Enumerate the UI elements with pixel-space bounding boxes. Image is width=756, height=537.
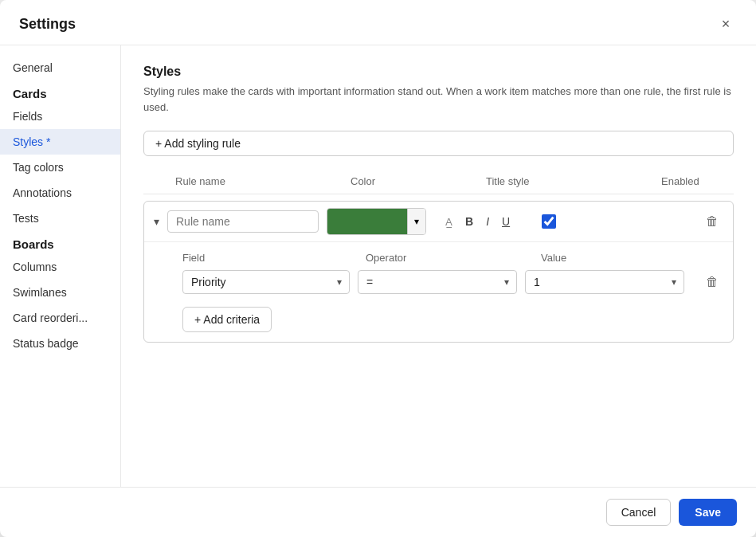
dialog-footer: Cancel Save (0, 487, 756, 537)
trash-icon: 🗑 (706, 275, 719, 288)
add-styling-rule-button[interactable]: + Add styling rule (143, 131, 734, 156)
text-underline-bar-button[interactable]: A̲ (441, 213, 457, 231)
criteria-section: Field Operator Value Priority Status Ass… (144, 242, 733, 342)
rule-expand-button[interactable]: ▾ (154, 215, 159, 228)
save-button[interactable]: Save (679, 499, 737, 526)
sidebar-item-fields[interactable]: Fields (0, 104, 120, 129)
criteria-col-value: Value (541, 252, 700, 264)
col-header-title-style: Title style (486, 175, 661, 187)
sidebar-item-swimlanes[interactable]: Swimlanes (0, 280, 120, 305)
sidebar-item-tests[interactable]: Tests (0, 206, 120, 231)
italic-icon: I (486, 215, 489, 228)
trash-icon: 🗑 (706, 214, 719, 228)
settings-dialog: Settings × General Cards Fields Styles *… (0, 0, 756, 537)
value-select-wrapper: 1 2 3 4 5 (525, 270, 684, 294)
sidebar-section-boards: Boards (0, 231, 120, 254)
sidebar-item-tag-colors[interactable]: Tag colors (0, 155, 120, 180)
col-header-color: Color (351, 175, 486, 187)
dialog-title: Settings (19, 16, 76, 33)
sidebar-item-columns[interactable]: Columns (0, 254, 120, 280)
col-header-expand (143, 175, 175, 187)
sidebar-item-styles[interactable]: Styles * (0, 129, 120, 155)
delete-rule-button[interactable]: 🗑 (701, 211, 723, 232)
close-button[interactable]: × (715, 13, 737, 35)
sidebar: General Cards Fields Styles * Tag colors… (0, 45, 121, 487)
add-criteria-button[interactable]: + Add criteria (182, 307, 272, 332)
underline-icon: U (502, 215, 510, 228)
enabled-checkbox[interactable] (542, 214, 556, 229)
delete-criteria-button[interactable]: 🗑 (701, 272, 723, 292)
rule-row: ▾ ▾ A̲ (143, 201, 734, 343)
bold-button[interactable]: B (460, 212, 478, 231)
sidebar-item-card-reordering[interactable]: Card reorderi... (0, 305, 120, 331)
title-style-group: A̲ B I U (441, 212, 515, 231)
underline-bar-icon: A̲ (445, 216, 452, 228)
color-dropdown-button[interactable]: ▾ (407, 209, 425, 234)
color-swatch (327, 209, 407, 234)
field-select[interactable]: Priority Status Assignee Title Type (182, 270, 350, 294)
sidebar-item-annotations[interactable]: Annotations (0, 180, 120, 206)
bold-icon: B (465, 215, 473, 228)
cancel-button[interactable]: Cancel (606, 499, 672, 526)
dialog-header: Settings × (0, 0, 756, 45)
operator-select-wrapper: = != > < >= <= contains (358, 270, 517, 294)
chevron-down-icon: ▾ (414, 216, 419, 227)
rule-name-input[interactable] (167, 210, 319, 233)
criteria-headers: Field Operator Value (182, 252, 723, 264)
criteria-col-operator: Operator (366, 252, 541, 264)
col-header-rule-name: Rule name (175, 175, 351, 187)
section-title: Styles (143, 65, 734, 79)
chevron-down-icon: ▾ (154, 215, 159, 228)
field-select-wrapper: Priority Status Assignee Title Type (182, 270, 350, 294)
section-description: Styling rules make the cards with import… (143, 84, 734, 115)
sidebar-section-cards: Cards (0, 80, 120, 104)
criteria-row: Priority Status Assignee Title Type = != (182, 270, 723, 294)
criteria-col-field: Field (182, 252, 366, 264)
rule-row-top: ▾ ▾ A̲ (144, 202, 733, 242)
col-header-actions (741, 175, 756, 187)
table-headers: Rule name Color Title style Enabled (143, 175, 734, 194)
dialog-body: General Cards Fields Styles * Tag colors… (0, 45, 756, 487)
col-header-enabled: Enabled (661, 175, 741, 187)
main-content: Styles Styling rules make the cards with… (121, 45, 756, 487)
operator-select[interactable]: = != > < >= <= contains (358, 270, 517, 294)
color-picker[interactable]: ▾ (327, 208, 426, 235)
underline-button[interactable]: U (497, 212, 515, 231)
value-select[interactable]: 1 2 3 4 5 (525, 270, 684, 294)
italic-button[interactable]: I (481, 212, 494, 231)
sidebar-item-general[interactable]: General (0, 55, 120, 80)
sidebar-item-status-badge[interactable]: Status badge (0, 331, 120, 356)
